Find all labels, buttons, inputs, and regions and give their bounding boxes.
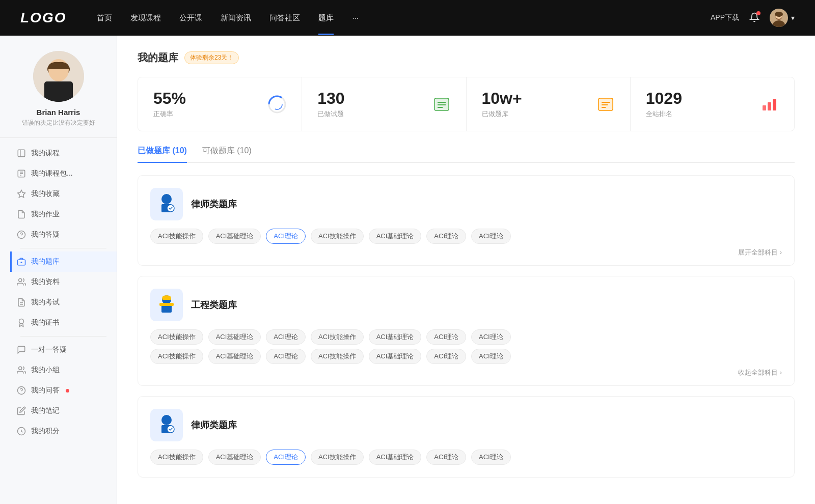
tag-2-5[interactable]: ACI理论 [426,329,466,345]
myqa-icon [17,386,26,395]
nav-link-qa[interactable]: 问答社区 [269,13,300,23]
sidebar-item-cert[interactable]: 我的证书 [10,313,117,333]
nav-right: APP下载 ▾ [711,9,795,27]
tag-2-9[interactable]: ACI理论 [266,349,306,364]
profile-motto: 错误的决定比没有决定要好 [22,119,95,127]
tab-done-banks[interactable]: 已做题库 (10) [138,146,187,162]
tag-1-5[interactable]: ACI理论 [426,229,466,244]
logo: LOGO [20,10,66,26]
collapse-link-2[interactable]: 收起全部科目 › [150,368,782,377]
bank-card-header-3: 律师类题库 [150,409,782,441]
nav-link-home[interactable]: 首页 [97,13,112,23]
stat-done-banks: 10w+ 已做题库 [467,77,631,131]
tag-2-1[interactable]: ACI基础理论 [208,329,261,345]
nav-link-news[interactable]: 新闻资讯 [221,13,251,23]
sidebar-item-oto[interactable]: 一对一答疑 [10,340,117,360]
bank-card-lawyer-2: 律师类题库 ACI技能操作 ACI基础理论 ACI理论 ACI技能操作 ACI基… [138,396,795,478]
svg-point-26 [19,319,24,324]
tag-1-6[interactable]: ACI理论 [471,229,511,244]
tag-1-3[interactable]: ACI技能操作 [311,229,364,244]
tag-2-4[interactable]: ACI基础理论 [369,329,422,345]
tag-2-10[interactable]: ACI技能操作 [311,349,364,364]
svg-point-23 [19,278,22,282]
svg-rect-44 [763,105,766,110]
tag-3-2[interactable]: ACI理论 [266,450,306,465]
svg-rect-52 [159,303,174,306]
sidebar-item-course[interactable]: 我的课程 [10,143,117,163]
done-banks-value: 10w+ [482,90,588,107]
sidebar-item-package[interactable]: 我的课程包... [10,163,117,184]
tag-1-0[interactable]: ACI技能操作 [150,229,203,244]
star-icon [17,189,26,199]
page-title: 我的题库 [138,51,178,65]
nav-link-more[interactable]: ··· [352,13,359,23]
expand-link-1[interactable]: 展开全部科目 › [150,248,782,257]
tag-2-0[interactable]: ACI技能操作 [150,329,203,345]
tag-2-3[interactable]: ACI技能操作 [311,329,364,345]
tag-2-6[interactable]: ACI理论 [471,329,511,345]
stat-rank: 1029 全站排名 [631,77,794,131]
nav-link-open[interactable]: 公开课 [179,13,202,23]
tags-row-1: ACI技能操作 ACI基础理论 ACI理论 ACI技能操作 ACI基础理论 AC… [150,229,782,244]
svg-rect-45 [768,102,771,110]
tag-2-8[interactable]: ACI基础理论 [208,349,261,364]
sidebar-item-favorites[interactable]: 我的收藏 [10,184,117,204]
page-header: 我的题库 体验剩余23天！ [138,51,795,65]
group-icon [17,366,26,375]
svg-point-53 [161,415,172,425]
tag-2-11[interactable]: ACI基础理论 [369,349,422,364]
tab-available-banks[interactable]: 可做题库 (10) [202,146,252,162]
engineer-bank-icon [150,289,183,321]
exam-icon [17,298,26,307]
notification-bell[interactable] [749,12,759,24]
bank-title-3: 律师类题库 [191,419,237,431]
accuracy-value: 55% [153,90,260,107]
tags-row-2a: ACI技能操作 ACI基础理论 ACI理论 ACI技能操作 ACI基础理论 AC… [150,329,782,345]
sidebar-item-myqa[interactable]: 我的问答 [10,380,117,401]
sidebar-item-bank[interactable]: 我的题库 [10,251,117,272]
question-icon [17,230,26,239]
tag-2-13[interactable]: ACI理论 [471,349,511,364]
tag-1-4[interactable]: ACI基础理论 [369,229,422,244]
qa-notification-dot [66,389,69,393]
tag-1-1[interactable]: ACI基础理论 [208,229,261,244]
sidebar-item-qa[interactable]: 我的答疑 [10,225,117,245]
tags-row-3: ACI技能操作 ACI基础理论 ACI理论 ACI技能操作 ACI基础理论 AC… [150,450,782,465]
nav-link-courses[interactable]: 发现课程 [130,13,161,23]
tag-2-12[interactable]: ACI理论 [426,349,466,364]
lawyer-bank-icon-2 [150,409,183,441]
svg-point-47 [161,194,172,204]
sidebar-item-data[interactable]: 我的资料 [10,272,117,292]
done-banks-label: 已做题库 [482,109,588,119]
svg-rect-11 [18,150,25,157]
rank-value: 1029 [646,90,752,107]
sidebar-item-score[interactable]: 我的积分 [10,421,117,441]
tag-1-2[interactable]: ACI理论 [266,229,306,244]
app-download-link[interactable]: APP下载 [711,13,739,22]
sidebar-item-note[interactable]: 我的笔记 [10,401,117,421]
tag-3-0[interactable]: ACI技能操作 [150,450,203,465]
tag-3-5[interactable]: ACI理论 [426,450,466,465]
tag-2-2[interactable]: ACI理论 [266,329,306,345]
bank-icon [17,257,26,266]
sidebar-item-homework[interactable]: 我的作业 [10,204,117,225]
note-icon [17,406,26,415]
tag-2-7[interactable]: ACI技能操作 [150,349,203,364]
tags-row-2b: ACI技能操作 ACI基础理论 ACI理论 ACI技能操作 ACI基础理论 AC… [150,349,782,364]
sidebar-item-group[interactable]: 我的小组 [10,360,117,380]
nav-link-bank[interactable]: 题库 [318,13,334,23]
accuracy-label: 正确率 [153,109,260,119]
tag-3-1[interactable]: ACI基础理论 [208,450,261,465]
tag-3-3[interactable]: ACI技能操作 [311,450,364,465]
lawyer-bank-icon-1 [150,188,183,220]
sidebar-item-exam[interactable]: 我的考试 [10,292,117,313]
score-icon [17,427,26,436]
tag-3-4[interactable]: ACI基础理论 [369,450,422,465]
stat-accuracy: 55% 正确率 [138,77,302,131]
stats-row: 55% 正确率 130 已做试题 [138,77,795,131]
tag-3-6[interactable]: ACI理论 [471,450,511,465]
bank-title-2: 工程类题库 [191,299,237,311]
svg-point-27 [19,367,22,370]
dropdown-icon: ▾ [791,14,795,22]
user-avatar-dropdown[interactable]: ▾ [770,9,795,27]
